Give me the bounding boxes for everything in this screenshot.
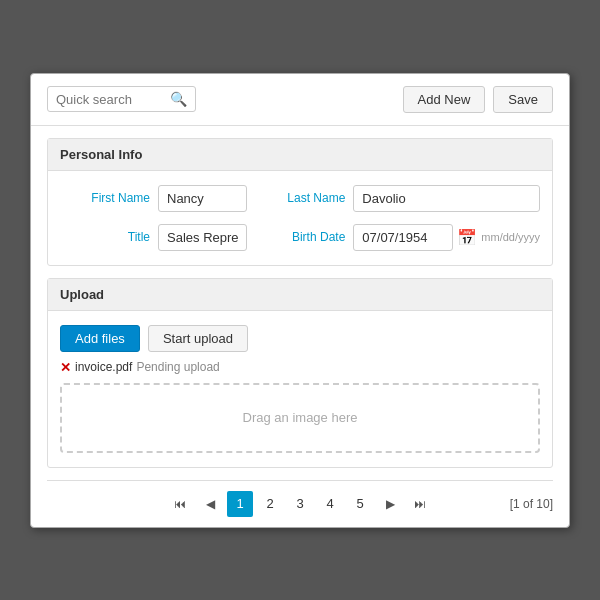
upload-body: Add files Start upload ✕ invoice.pdf Pen… bbox=[48, 311, 552, 467]
start-upload-button[interactable]: Start upload bbox=[148, 325, 248, 352]
first-name-input[interactable] bbox=[158, 185, 247, 212]
page-1-button[interactable]: 1 bbox=[227, 491, 253, 517]
drop-zone[interactable]: Drag an image here bbox=[60, 383, 540, 453]
calendar-icon[interactable]: 📅 bbox=[457, 228, 477, 247]
first-page-button[interactable]: ⏮ bbox=[167, 491, 193, 517]
pagination: ⏮ ◀ 1 2 3 4 5 ▶ ⏭ [1 of 10] bbox=[31, 481, 569, 527]
personal-info-header: Personal Info bbox=[48, 139, 552, 171]
personal-info-form: First Name Last Name Title Birth Date 📅 … bbox=[60, 185, 540, 251]
personal-info-section: Personal Info First Name Last Name Title… bbox=[47, 138, 553, 266]
search-input[interactable] bbox=[56, 92, 166, 107]
search-icon: 🔍 bbox=[170, 91, 187, 107]
upload-header: Upload bbox=[48, 279, 552, 311]
add-files-button[interactable]: Add files bbox=[60, 325, 140, 352]
add-new-button[interactable]: Add New bbox=[403, 86, 486, 113]
last-name-label: Last Name bbox=[255, 191, 345, 205]
file-status: Pending upload bbox=[136, 360, 219, 374]
birth-date-label: Birth Date bbox=[255, 230, 345, 244]
file-name: invoice.pdf bbox=[75, 360, 132, 374]
upload-toolbar: Add files Start upload bbox=[60, 325, 540, 352]
last-page-button[interactable]: ⏭ bbox=[407, 491, 433, 517]
personal-info-body: First Name Last Name Title Birth Date 📅 … bbox=[48, 171, 552, 265]
title-label: Title bbox=[60, 230, 150, 244]
drop-zone-text: Drag an image here bbox=[243, 410, 358, 425]
page-5-button[interactable]: 5 bbox=[347, 491, 373, 517]
page-4-button[interactable]: 4 bbox=[317, 491, 343, 517]
main-window: 🔍 Add New Save Personal Info First Name … bbox=[30, 73, 570, 528]
next-page-button[interactable]: ▶ bbox=[377, 491, 403, 517]
prev-page-button[interactable]: ◀ bbox=[197, 491, 223, 517]
title-input[interactable] bbox=[158, 224, 247, 251]
birth-date-input[interactable] bbox=[353, 224, 453, 251]
last-name-input[interactable] bbox=[353, 185, 540, 212]
first-name-label: First Name bbox=[60, 191, 150, 205]
upload-section: Upload Add files Start upload ✕ invoice.… bbox=[47, 278, 553, 468]
search-box[interactable]: 🔍 bbox=[47, 86, 196, 112]
page-3-button[interactable]: 3 bbox=[287, 491, 313, 517]
birth-date-wrap: 📅 mm/dd/yyyy bbox=[353, 224, 540, 251]
remove-file-icon[interactable]: ✕ bbox=[60, 360, 71, 375]
page-info: [1 of 10] bbox=[510, 497, 553, 511]
file-list-item: ✕ invoice.pdf Pending upload bbox=[60, 360, 540, 375]
page-2-button[interactable]: 2 bbox=[257, 491, 283, 517]
date-format-hint: mm/dd/yyyy bbox=[481, 231, 540, 243]
save-button[interactable]: Save bbox=[493, 86, 553, 113]
toolbar: 🔍 Add New Save bbox=[31, 74, 569, 126]
